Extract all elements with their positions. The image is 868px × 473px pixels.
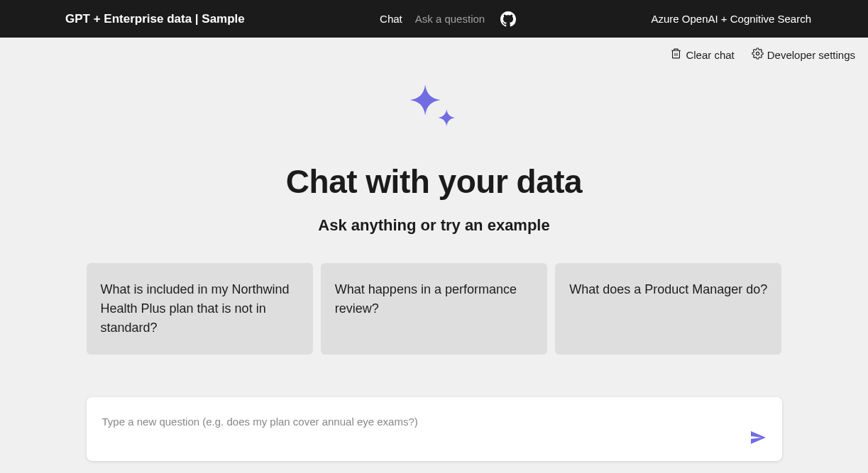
developer-settings-label: Developer settings xyxy=(767,49,855,61)
example-cards: What is included in my Northwind Health … xyxy=(87,263,782,355)
gear-icon xyxy=(752,48,764,62)
send-button[interactable] xyxy=(747,426,769,451)
nav-ask-question[interactable]: Ask a question xyxy=(415,13,485,25)
header-right-label: Azure OpenAI + Cognitive Search xyxy=(651,13,854,25)
send-icon xyxy=(749,438,767,448)
page-subtitle: Ask anything or try an example xyxy=(318,216,549,235)
sparkle-icon xyxy=(404,79,465,143)
app-header: GPT + Enterprise data | Sample Chat Ask … xyxy=(0,0,868,38)
example-card-1[interactable]: What happens in a performance review? xyxy=(321,263,547,355)
example-card-0[interactable]: What is included in my Northwind Health … xyxy=(87,263,313,355)
developer-settings-button[interactable]: Developer settings xyxy=(752,48,855,62)
trash-icon xyxy=(670,48,682,62)
example-card-2[interactable]: What does a Product Manager do? xyxy=(555,263,781,355)
clear-chat-label: Clear chat xyxy=(686,49,734,61)
clear-chat-button[interactable]: Clear chat xyxy=(670,48,734,62)
chat-input-container xyxy=(87,397,782,461)
page-title: Chat with your data xyxy=(286,162,582,201)
svg-point-0 xyxy=(756,52,759,55)
app-title: GPT + Enterprise data | Sample xyxy=(14,12,245,26)
chat-input[interactable] xyxy=(87,397,782,458)
toolbar: Clear chat Developer settings xyxy=(0,38,868,62)
github-icon[interactable] xyxy=(500,11,516,27)
nav-chat[interactable]: Chat xyxy=(380,13,402,25)
main-content: Chat with your data Ask anything or try … xyxy=(0,62,868,461)
header-nav: Chat Ask a question xyxy=(245,11,652,27)
